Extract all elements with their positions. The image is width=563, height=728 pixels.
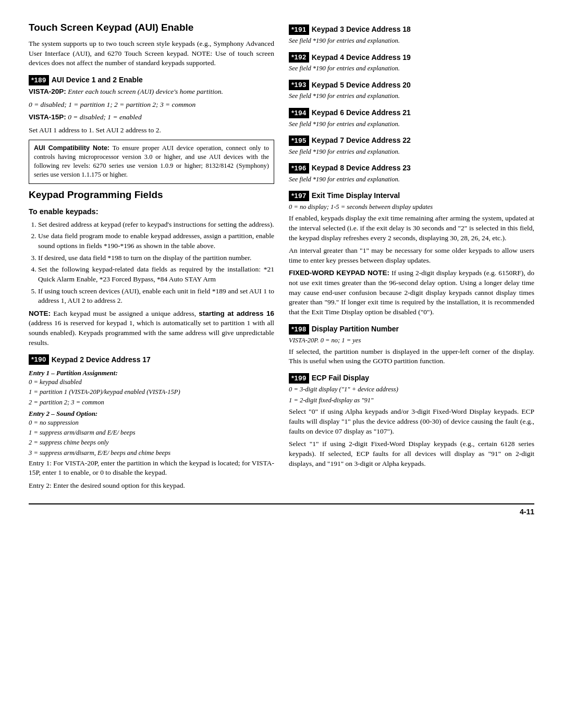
field195-label: *195 Keypad 7 Device Address 22: [289, 135, 411, 146]
field193-num: *193: [289, 80, 309, 90]
field197-sub: 0 = no display; 1-5 = seconds between di…: [289, 203, 534, 212]
field195-sub: See field *190 for entries and explanati…: [289, 147, 534, 156]
field192-label: *192 Keypad 4 Device Address 19: [289, 52, 411, 63]
field190-entry2-text: Entry 2: Enter the desired sound option …: [29, 481, 274, 491]
field199-para1: Select "0" if using Alpha keypads and/or…: [289, 407, 534, 436]
field190-entry1-val1: 0 = keypad disabled: [29, 378, 274, 387]
field189-title: AUI Device 1 and 2 Enable: [52, 75, 143, 85]
field195-title: Keypad 7 Device Address 22: [312, 135, 411, 145]
field189-num: *189: [29, 75, 49, 85]
field196-label: *196 Keypad 8 Device Address 23: [289, 163, 411, 174]
field190-entry2-val2: 1 = suppress arm/disarm and E/E/ beeps: [29, 428, 274, 437]
fixed-word-note: FIXED-WORD KEYPAD NOTE: If using 2-digit…: [289, 268, 534, 317]
field197-para1: If enabled, keypads display the exit tim…: [289, 214, 534, 243]
keypad-note-text: Each keypad must be assigned a unique ad…: [29, 310, 274, 347]
field189-line1: VISTA-20P: Enter each touch screen (AUI)…: [29, 87, 274, 97]
field196-title: Keypad 8 Device Address 23: [312, 163, 411, 173]
field191-label: *191 Keypad 3 Device Address 18: [289, 24, 411, 35]
fixed-word-note-label: FIXED-WORD KEYPAD NOTE:: [289, 269, 389, 277]
step-4: Set the following keypad-related data fi…: [38, 265, 274, 284]
page-content: Touch Screen Keypad (AUI) Enable The sys…: [29, 21, 534, 517]
field190-block: *190 Keypad 2 Device Address 17 Entry 1 …: [29, 351, 274, 490]
keypad-note-label: NOTE:: [29, 310, 51, 317]
field199-block: *199 ECP Fail Display 0 = 3-digit displa…: [289, 369, 534, 468]
field190-entry1-val2: 1 = partition 1 (VISTA-20P)/keypad enabl…: [29, 388, 274, 397]
field192-sub: See field *190 for entries and explanati…: [289, 64, 534, 73]
keypad-note-bold: starting at address 16: [199, 310, 274, 317]
field194-block: *194 Keypad 6 Device Address 21 See fiel…: [289, 104, 534, 129]
field189-vista20p-label: VISTA-20P:: [29, 88, 66, 95]
field196-block: *196 Keypad 8 Device Address 23 See fiel…: [289, 159, 534, 184]
field191-block: *191 Keypad 3 Device Address 18 See fiel…: [289, 21, 534, 45]
field190-title: Keypad 2 Device Address 17: [52, 355, 151, 365]
left-column: Touch Screen Keypad (AUI) Enable The sys…: [29, 21, 274, 494]
field196-sub: See field *190 for entries and explanati…: [289, 175, 534, 184]
bottom-bar: 4-11: [29, 503, 534, 517]
field199-para2: Select "1" if using 2-digit Fixed-Word D…: [289, 439, 534, 468]
field192-title: Keypad 4 Device Address 19: [312, 53, 411, 63]
field189-line3: VISTA-15P: 0 = disabled; 1 = enabled: [29, 113, 274, 122]
field198-label: *198 Display Partition Number: [289, 324, 399, 335]
field192-num: *192: [289, 52, 309, 63]
field197-label: *197 Exit Time Display Interval: [289, 191, 400, 201]
field193-title: Keypad 5 Device Address 20: [312, 80, 411, 90]
field190-entry1-label: Entry 1 – Partition Assignment:: [29, 368, 274, 378]
field191-sub: See field *190 for entries and explanati…: [289, 36, 534, 45]
field190-entry2-val1: 0 = no suppression: [29, 418, 274, 427]
field198-block: *198 Display Partition Number VISTA-20P.…: [289, 320, 534, 366]
field195-block: *195 Keypad 7 Device Address 22 See fiel…: [289, 132, 534, 156]
field198-num: *198: [289, 324, 309, 335]
right-column: *191 Keypad 3 Device Address 18 See fiel…: [289, 21, 534, 494]
field190-entry2-label: Entry 2 – Sound Option:: [29, 409, 274, 418]
field193-block: *193 Keypad 5 Device Address 20 See fiel…: [289, 76, 534, 101]
field190-entry1-text: Entry 1: For VISTA-20P, enter the partit…: [29, 459, 274, 478]
field194-num: *194: [289, 108, 309, 118]
field190-num: *190: [29, 354, 49, 365]
field199-title: ECP Fail Display: [312, 373, 369, 383]
field189-vista15p-label: VISTA-15P:: [29, 113, 66, 121]
field198-title: Display Partition Number: [312, 324, 399, 334]
step-1: Set desired address at keypad (refer to …: [38, 220, 274, 230]
field191-title: Keypad 3 Device Address 18: [312, 24, 411, 34]
field195-num: *195: [289, 135, 309, 146]
field190-entry2-val3: 2 = suppress chime beeps only: [29, 438, 274, 447]
field191-num: *191: [289, 24, 309, 35]
enable-keypads-title: To enable keypads:: [29, 206, 274, 217]
field192-block: *192 Keypad 4 Device Address 19 See fiel…: [289, 48, 534, 73]
field197-para2: An interval greater than "1" may be nece…: [289, 246, 534, 265]
field196-num: *196: [289, 163, 309, 174]
field190-label: *190 Keypad 2 Device Address 17: [29, 354, 151, 365]
field199-label: *199 ECP Fail Display: [289, 373, 369, 384]
field189-vista15p-text: 0 = disabled; 1 = enabled: [66, 113, 142, 121]
aui-intro: The system supports up to two touch scre…: [29, 39, 274, 68]
field194-title: Keypad 6 Device Address 21: [312, 108, 411, 118]
field189-vista20p-text: Enter each touch screen (AUI) device's h…: [66, 88, 223, 95]
two-column-layout: Touch Screen Keypad (AUI) Enable The sys…: [29, 21, 534, 494]
aui-note-box: AUI Compatibility Note: To ensure proper…: [29, 140, 274, 184]
section-title-keypad: Keypad Programming Fields: [29, 188, 274, 202]
field199-sub1: 0 = 3-digit display ("1" + device addres…: [289, 385, 534, 394]
page-number: 4-11: [520, 507, 534, 517]
field190-entry2-val4: 3 = suppress arm/disarm, E/E/ beeps and …: [29, 449, 274, 458]
field198-para: If selected, the partition number is dis…: [289, 347, 534, 366]
enable-keypads-steps: Set desired address at keypad (refer to …: [38, 220, 274, 306]
field197-num: *197: [289, 191, 309, 201]
field197-block: *197 Exit Time Display Interval 0 = no d…: [289, 187, 534, 265]
keypad-note: NOTE: Each keypad must be assigned a uni…: [29, 309, 274, 348]
field190-entry1-val3: 2 = partition 2; 3 = common: [29, 398, 274, 407]
field197-title: Exit Time Display Interval: [312, 191, 400, 201]
field194-label: *194 Keypad 6 Device Address 21: [289, 108, 411, 118]
field194-sub: See field *190 for entries and explanati…: [289, 120, 534, 129]
step-5: If using touch screen devices (AUI), ena…: [38, 287, 274, 306]
step-2: Use data field program mode to enable ke…: [38, 231, 274, 251]
section-title-aui: Touch Screen Keypad (AUI) Enable: [29, 21, 274, 34]
field189-line2: 0 = disabled; 1 = partition 1; 2 = parti…: [29, 100, 274, 110]
field199-num: *199: [289, 373, 309, 384]
field189-label: *189 AUI Device 1 and 2 Enable: [29, 75, 143, 85]
step-3: If desired, use data field *198 to turn …: [38, 253, 274, 263]
aui-note-label: AUI Compatibility Note:: [34, 144, 109, 152]
field199-sub2: 1 = 2-digit fixed-display as "91": [289, 396, 534, 405]
field198-sub: VISTA-20P. 0 = no; 1 = yes: [289, 336, 534, 345]
field193-label: *193 Keypad 5 Device Address 20: [289, 80, 411, 90]
field189-line4: Set AUI 1 address to 1. Set AUI 2 addres…: [29, 126, 274, 135]
